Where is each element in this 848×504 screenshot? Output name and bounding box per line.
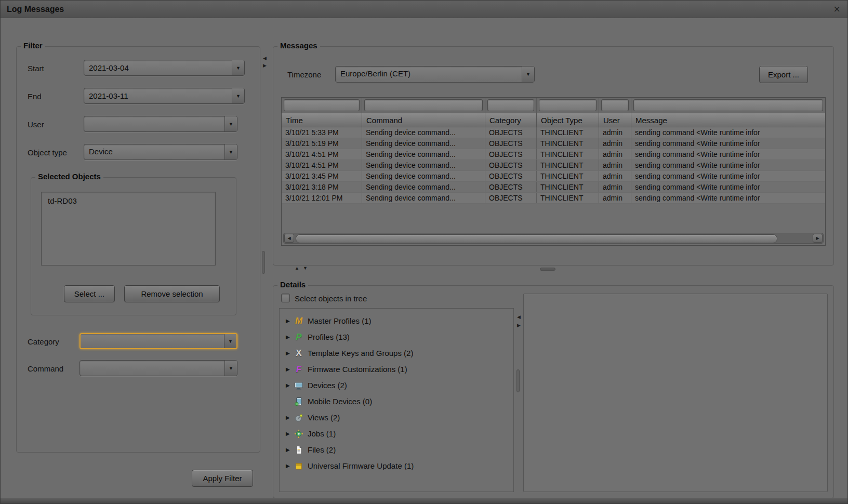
object-type-combo[interactable]: Device ▼ — [84, 144, 237, 160]
horizontal-scrollbar[interactable]: ◀ ▶ — [283, 233, 824, 244]
table-row[interactable]: 3/10/21 4:51 PM Sending device command..… — [282, 160, 825, 171]
command-combo[interactable]: ▼ — [80, 360, 237, 376]
category-combo-value — [81, 334, 224, 348]
chevron-down-icon[interactable]: ▼ — [232, 88, 244, 103]
horizontal-splitter-grip[interactable] — [540, 268, 555, 271]
start-date-combo[interactable]: ▼ — [84, 60, 245, 76]
scrollbar-thumb[interactable] — [296, 234, 777, 243]
details-text-panel[interactable] — [523, 294, 828, 492]
object-type-filter-input[interactable] — [539, 99, 597, 111]
command-filter-input[interactable] — [364, 99, 483, 111]
message-filter-input[interactable] — [633, 99, 823, 111]
tree-item-jobs[interactable]: ▶ Jobs (1) — [280, 426, 513, 442]
cell-command: Sending device command... — [362, 138, 485, 149]
expand-arrow-icon[interactable]: ▶ — [286, 334, 293, 340]
scroll-left-icon[interactable]: ◀ — [284, 234, 294, 243]
table-row[interactable]: 3/10/21 3:45 PM Sending device command..… — [282, 171, 825, 182]
user-combo-value — [84, 116, 224, 131]
category-filter-input[interactable] — [487, 99, 534, 111]
scroll-right-icon[interactable]: ▶ — [813, 234, 823, 243]
tree-item-template-keys[interactable]: ▶ X Template Keys and Groups (2) — [280, 345, 513, 361]
expand-arrow-icon[interactable]: ▶ — [286, 350, 293, 356]
selected-objects-list[interactable]: td-RD03 — [41, 192, 216, 266]
splitter-expand-right-icon[interactable]: ▶ — [263, 63, 267, 68]
table-row[interactable]: 3/10/21 3:18 PM Sending device command..… — [282, 182, 825, 193]
category-combo[interactable]: ▼ — [80, 333, 237, 349]
splitter-collapse-left-icon[interactable]: ◀ — [263, 56, 267, 61]
timezone-combo[interactable]: Europe/Berlin (CET) ▼ — [335, 66, 535, 83]
end-date-input[interactable] — [84, 88, 232, 103]
details-splitter-grip[interactable] — [516, 369, 520, 392]
tree-item-files[interactable]: ▶ Files (2) — [280, 442, 513, 458]
expand-arrow-icon[interactable]: ▶ — [286, 431, 293, 436]
command-label: Command — [28, 364, 63, 373]
column-header-message[interactable]: Message — [631, 113, 825, 127]
tree-item-universal-firmware-update[interactable]: ▶ Universal Firmware Update (1) — [280, 458, 513, 474]
select-objects-button[interactable]: Select ... — [64, 285, 115, 302]
expand-arrow-icon[interactable]: ▶ — [286, 382, 293, 388]
chevron-down-icon[interactable]: ▼ — [224, 361, 237, 376]
vertical-splitter-grip[interactable] — [262, 251, 265, 274]
cell-message: sending command <Write runtime infor — [631, 127, 825, 138]
table-row[interactable]: 3/10/21 5:33 PM Sending device command..… — [282, 127, 825, 138]
cell-category: OBJECTS — [485, 149, 537, 160]
expand-arrow-icon[interactable]: ▶ — [286, 366, 293, 372]
splitter-collapse-up-icon[interactable]: ▲ — [295, 266, 299, 271]
export-button[interactable]: Export ... — [759, 66, 808, 83]
views-icon — [293, 413, 304, 423]
start-date-input[interactable] — [84, 60, 232, 75]
apply-filter-button[interactable]: Apply Filter — [192, 470, 253, 487]
cell-command: Sending device command... — [362, 171, 485, 181]
cell-message: sending command <Write runtime infor — [631, 193, 825, 203]
tree-item-profiles[interactable]: ▶ P Profiles (13) — [280, 329, 513, 345]
cell-command: Sending device command... — [362, 160, 485, 170]
end-date-combo[interactable]: ▼ — [84, 88, 245, 104]
expand-arrow-icon[interactable]: ▶ — [286, 415, 293, 420]
chevron-down-icon[interactable]: ▼ — [224, 144, 237, 160]
user-filter-input[interactable] — [601, 99, 629, 111]
table-row[interactable]: 3/10/21 12:01 PM Sending device command.… — [282, 193, 825, 204]
tree-item-devices[interactable]: ▶ Devices (2) — [280, 377, 513, 393]
remove-selection-button-label: Remove selection — [141, 289, 203, 298]
select-objects-in-tree-checkbox[interactable] — [281, 294, 290, 302]
timezone-label: Timezone — [287, 70, 321, 79]
column-header-object-type[interactable]: Object Type — [537, 113, 599, 127]
table-row[interactable]: 3/10/21 5:19 PM Sending device command..… — [282, 138, 825, 149]
cell-message: sending command <Write runtime infor — [631, 160, 825, 170]
column-header-user[interactable]: User — [599, 113, 631, 127]
column-header-command[interactable]: Command — [362, 113, 485, 127]
tree-item-views[interactable]: ▶ Views (2) — [280, 409, 513, 426]
chevron-down-icon[interactable]: ▼ — [224, 116, 237, 131]
expand-arrow-icon[interactable]: ▶ — [286, 318, 293, 324]
splitter-expand-down-icon[interactable]: ▼ — [303, 266, 308, 271]
close-icon[interactable]: × — [833, 3, 840, 16]
tree-item-label: Profiles (13) — [308, 333, 350, 341]
expand-arrow-icon[interactable]: ▶ — [286, 447, 293, 453]
splitter-expand-right-icon[interactable]: ▶ — [517, 323, 521, 328]
filter-cell-command — [362, 98, 485, 113]
files-icon — [293, 445, 304, 455]
list-item[interactable]: td-RD03 — [42, 192, 215, 209]
splitter-collapse-left-icon[interactable]: ◀ — [517, 314, 521, 320]
filter-cell-category — [485, 98, 537, 113]
tree-item-master-profiles[interactable]: ▶ M Master Profiles (1) — [280, 313, 513, 329]
chevron-down-icon[interactable]: ▼ — [522, 67, 534, 82]
table-row[interactable]: 3/10/21 4:51 PM Sending device command..… — [282, 149, 825, 160]
tree-item-mobile-devices[interactable]: Mobile Devices (0) — [280, 393, 513, 409]
column-header-time[interactable]: Time — [282, 113, 362, 127]
tree-item-firmware-customizations[interactable]: ▶ F Firmware Customizations (1) — [280, 361, 513, 377]
cell-category: OBJECTS — [485, 138, 537, 149]
time-filter-input[interactable] — [284, 99, 360, 111]
cell-object-type: THINCLIENT — [537, 171, 599, 181]
chevron-down-icon[interactable]: ▼ — [224, 334, 236, 348]
expand-arrow-icon[interactable]: ▶ — [286, 463, 293, 469]
remove-selection-button[interactable]: Remove selection — [124, 285, 220, 302]
tree-item-label: Files (2) — [308, 445, 336, 454]
firmware-customizations-icon: F — [293, 364, 304, 375]
user-combo[interactable]: ▼ — [84, 116, 237, 132]
tree-item-label: Views (2) — [308, 413, 340, 422]
cell-user: admin — [599, 193, 631, 203]
chevron-down-icon[interactable]: ▼ — [232, 60, 244, 75]
window-bottom-edge — [1, 498, 847, 503]
column-header-category[interactable]: Category — [485, 113, 537, 127]
